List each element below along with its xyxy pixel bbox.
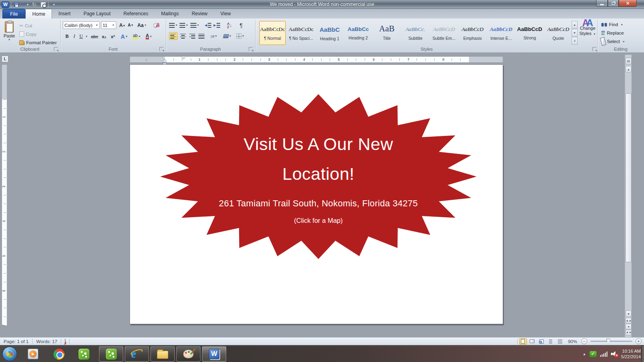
style-title[interactable]: AaB Title [374, 21, 400, 45]
document-page[interactable]: Visit Us A Our New Location! 261 Tamiami… [130, 64, 503, 324]
fullscreen-reading-view-button[interactable] [528, 338, 536, 345]
windows-explorer-button[interactable] [151, 346, 175, 362]
chrome-taskbar-button[interactable] [51, 348, 67, 360]
web-layout-view-button[interactable] [538, 338, 545, 345]
subscript-button[interactable]: x₂ [100, 33, 108, 40]
style-intense-emphasis[interactable]: AaBbCcD Intense E... [488, 21, 514, 45]
taskbar-clock[interactable]: 10:16 AM 5/22/2014 [621, 348, 641, 360]
vertical-scrollbar[interactable]: ▤ ▲ ▼ ▲▲ ● ▼▼ [625, 55, 632, 337]
save-button[interactable] [13, 1, 20, 8]
zoom-out-button[interactable]: − [581, 338, 587, 344]
tab-home[interactable]: Home [25, 9, 52, 19]
zoom-level[interactable]: 90% [566, 339, 580, 344]
style-emphasis[interactable]: AaBbCcD Emphasis [459, 21, 486, 45]
close-button[interactable]: ✕ [619, 0, 637, 7]
antivirus-tray-icon[interactable]: ✓ [590, 351, 597, 357]
shrink-font-button[interactable]: A▼ [127, 21, 134, 29]
zoom-slider-thumb[interactable] [607, 339, 610, 344]
style-subtle-emphasis[interactable]: AaBbCcD Subtle Em... [431, 21, 457, 45]
find-button[interactable]: Find ▼ [601, 21, 623, 28]
multilevel-list-button[interactable]: ▼ [190, 21, 200, 29]
numbering-button[interactable]: ▼ [180, 21, 188, 29]
format-painter-button[interactable]: Format Painter [19, 39, 57, 46]
justify-button[interactable] [197, 32, 206, 40]
copy-button[interactable]: Copy [19, 30, 37, 38]
cut-button[interactable]: ✂ Cut [19, 22, 32, 29]
font-size-combo[interactable]: 11 ▼ [101, 21, 116, 29]
pinned-app-taskbar-button[interactable] [76, 348, 92, 360]
shading-button[interactable]: ▼ [222, 32, 233, 40]
style-no-spacing[interactable]: AaBbCcDc ¶ No Spaci... [288, 21, 314, 45]
borders-button[interactable]: ▼ [235, 32, 246, 40]
tab-mailings[interactable]: Mailings [155, 9, 185, 19]
font-dialog-launcher-icon[interactable] [159, 47, 163, 51]
clipboard-dialog-launcher-icon[interactable] [54, 47, 58, 51]
draft-view-button[interactable] [556, 338, 564, 345]
tab-file[interactable]: File [2, 9, 25, 19]
show-desktop-button[interactable] [641, 346, 644, 362]
horizontal-ruler[interactable]: 1 1 2 3 4 5 6 7 8 [130, 56, 503, 63]
network-signal-icon[interactable] [600, 352, 608, 357]
volume-muted-icon[interactable]: ✕ [611, 351, 617, 357]
browse-object-button[interactable]: ● [625, 324, 632, 329]
word-count[interactable]: Words: 17 [33, 339, 61, 344]
word-taskbar-button[interactable]: W [202, 346, 226, 362]
paste-button[interactable]: Paste ▼ [2, 20, 17, 46]
scroll-up-icon[interactable]: ▲ [625, 66, 632, 72]
internet-explorer-button[interactable]: e [125, 346, 149, 362]
tab-stop-selector[interactable]: L [2, 56, 8, 62]
style-normal[interactable]: AaBbCcDc ¶ Normal [259, 21, 286, 45]
bullets-button[interactable]: ▼ [169, 21, 178, 29]
grow-font-button[interactable]: A▲ [118, 21, 126, 29]
style-quote[interactable]: AaBbCcD Quote [545, 21, 572, 45]
align-center-button[interactable] [179, 32, 187, 40]
restore-button[interactable] [608, 0, 619, 7]
undo-button[interactable]: ↶▾ [22, 1, 29, 8]
show-hide-paragraph-button[interactable]: ¶ [237, 21, 245, 29]
text-effects-button[interactable]: A▼ [121, 33, 128, 40]
scroll-down-icon[interactable]: ▼ [625, 311, 632, 317]
undo-dropdown-icon[interactable]: ▾ [27, 3, 28, 6]
zoom-in-button[interactable]: + [636, 338, 642, 344]
underline-button[interactable]: U [78, 33, 84, 40]
previous-page-button[interactable]: ▲▲ [625, 318, 632, 323]
change-styles-button[interactable]: AA Change Styles ▼ [578, 20, 597, 49]
underline-dropdown[interactable]: ▼ [84, 33, 89, 40]
paragraph-dialog-launcher-icon[interactable] [249, 47, 253, 51]
next-page-button[interactable]: ▼▼ [625, 330, 632, 335]
show-hidden-icons-button[interactable]: ▲ [583, 352, 586, 356]
gallery-scroll-down-icon[interactable]: ▼ [572, 29, 578, 37]
tab-page-layout[interactable]: Page Layout [77, 9, 117, 19]
clear-formatting-button[interactable] [152, 21, 161, 29]
page-indicator[interactable]: Page: 1 of 1 [0, 339, 32, 344]
highlight-color-button[interactable]: ab▼ [132, 33, 142, 40]
style-heading-1[interactable]: AaBbC Heading 1 [316, 21, 343, 45]
style-subtitle[interactable]: AaBbCc. Subtitle [402, 21, 429, 45]
chevron-down-icon[interactable]: ▼ [110, 24, 115, 27]
proofing-status-button[interactable] [61, 339, 69, 344]
zoom-slider[interactable] [590, 341, 632, 342]
align-right-button[interactable] [188, 32, 196, 40]
bold-button[interactable]: B [64, 33, 70, 40]
first-line-indent-marker[interactable] [182, 56, 186, 59]
font-name-combo[interactable]: Calibri (Body) ▼ [63, 21, 100, 29]
starburst-shape[interactable]: Visit Us A Our New Location! 261 Tamiami… [159, 93, 478, 260]
paint-button[interactable] [176, 346, 200, 362]
tab-insert[interactable]: Insert [52, 9, 77, 19]
scrollbar-thumb[interactable] [625, 93, 632, 262]
redo-button[interactable]: ↻ [31, 1, 38, 8]
minimize-button[interactable] [596, 0, 608, 7]
select-button[interactable]: Select ▼ [601, 38, 625, 45]
style-strong[interactable]: AaBbCcD Strong [516, 21, 543, 45]
word-logo-icon[interactable]: W [2, 1, 9, 8]
italic-button[interactable]: I [71, 33, 77, 40]
vertical-ruler[interactable]: 1 2 3 4 5 6 7 [2, 64, 7, 325]
sort-button[interactable]: AZ ↓ [225, 21, 234, 29]
start-button[interactable] [2, 347, 17, 361]
chevron-down-icon[interactable]: ▼ [94, 24, 98, 27]
customize-qat-button[interactable]: ▾ [50, 1, 58, 8]
gallery-scroll-up-icon[interactable]: ▲ [572, 21, 578, 29]
tab-review[interactable]: Review [185, 9, 214, 19]
running-green-app-button[interactable] [99, 346, 123, 362]
font-color-button[interactable]: A▼ [144, 33, 154, 40]
